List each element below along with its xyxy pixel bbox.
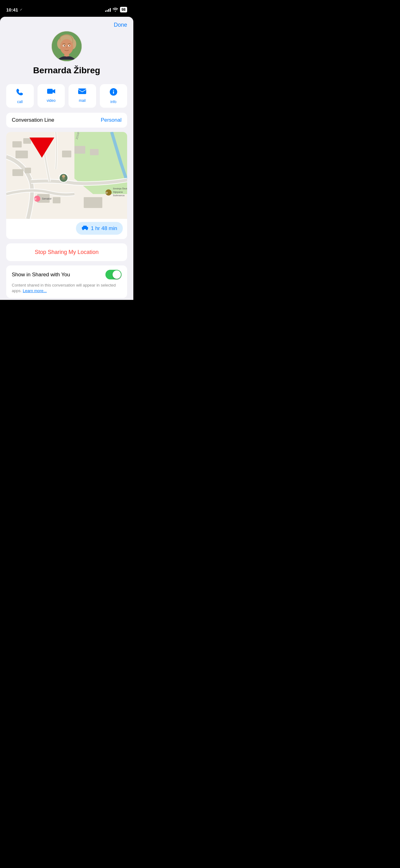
- svg-rect-21: [25, 168, 31, 173]
- video-label: video: [46, 98, 56, 103]
- svg-text:Senator: Senator: [42, 197, 52, 200]
- svg-point-4: [60, 39, 73, 55]
- svg-point-13: [113, 90, 114, 91]
- signal-icon: [105, 7, 111, 12]
- svg-rect-24: [84, 197, 102, 208]
- shared-row: Show in Shared with You: [12, 270, 122, 279]
- info-label: info: [110, 100, 116, 104]
- svg-rect-26: [74, 146, 85, 154]
- svg-rect-19: [15, 151, 28, 158]
- call-button[interactable]: call: [6, 84, 34, 108]
- svg-point-8: [64, 45, 65, 46]
- svg-text:Srednja Škola: Srednja Škola: [113, 187, 127, 190]
- status-bar: 10:41 98: [0, 0, 133, 16]
- info-button[interactable]: info: [100, 84, 128, 108]
- time-display: 10:41: [6, 7, 18, 12]
- svg-point-38: [62, 175, 65, 178]
- info-icon: [109, 88, 118, 98]
- battery-level: 98: [122, 7, 126, 12]
- svg-rect-18: [37, 144, 43, 149]
- eta-text: 1 hr 48 min: [91, 225, 117, 231]
- done-row: Done: [0, 17, 133, 31]
- avatar: [51, 31, 82, 62]
- svg-rect-27: [90, 149, 99, 155]
- map-area: JOSIPA JU @ Senator @ Srednja Škola Stje…: [6, 132, 127, 219]
- shared-description: Content shared in this conversation will…: [12, 282, 122, 294]
- location-arrow-icon: [19, 8, 23, 11]
- stop-sharing-row[interactable]: Stop Sharing My Location: [6, 243, 127, 261]
- svg-rect-10: [47, 89, 53, 94]
- conversation-label: Conversation Line: [12, 117, 54, 123]
- svg-point-9: [69, 45, 70, 46]
- video-button[interactable]: video: [37, 84, 65, 108]
- svg-rect-20: [12, 169, 23, 176]
- svg-rect-23: [53, 197, 61, 203]
- mail-label: mail: [79, 98, 86, 103]
- shared-with-you-section: Show in Shared with You Content shared i…: [6, 266, 127, 298]
- conversation-value[interactable]: Personal: [101, 117, 122, 123]
- svg-rect-11: [78, 89, 86, 94]
- svg-rect-16: [12, 141, 22, 148]
- map-container[interactable]: JOSIPA JU @ Senator @ Srednja Škola Stje…: [6, 132, 127, 239]
- svg-text:Stjepana: Stjepana: [113, 191, 123, 193]
- svg-rect-17: [23, 138, 31, 144]
- avatar-section: Bernarda Žibreg: [27, 31, 106, 75]
- video-icon: [47, 88, 56, 97]
- learn-more-link[interactable]: Learn more...: [23, 288, 46, 293]
- eta-badge[interactable]: 1 hr 48 min: [76, 222, 123, 235]
- mail-button[interactable]: mail: [69, 84, 96, 108]
- done-button[interactable]: Done: [114, 22, 127, 28]
- status-right: 98: [105, 7, 127, 12]
- map-bottom: 1 hr 48 min: [6, 219, 127, 239]
- svg-rect-14: [113, 91, 114, 94]
- shared-label: Show in Shared with You: [12, 272, 70, 278]
- contact-name: Bernarda Žibreg: [27, 65, 106, 75]
- shared-toggle[interactable]: [105, 270, 122, 279]
- main-sheet: Done: [0, 17, 133, 300]
- mail-icon: [78, 88, 87, 97]
- svg-text:Sulimanca: Sulimanca: [113, 194, 125, 197]
- wifi-icon: [112, 7, 118, 12]
- battery-icon: 98: [120, 7, 127, 12]
- status-left: 10:41: [6, 7, 23, 12]
- stop-sharing-text: Stop Sharing My Location: [35, 249, 99, 255]
- call-icon: [16, 88, 24, 98]
- svg-text:@: @: [34, 197, 37, 200]
- action-buttons: call video mail: [6, 84, 127, 108]
- car-icon: [81, 225, 88, 231]
- svg-rect-25: [62, 151, 71, 157]
- toggle-knob: [112, 270, 121, 279]
- call-label: call: [17, 100, 23, 104]
- conversation-row: Conversation Line Personal: [6, 113, 127, 128]
- svg-text:@: @: [105, 191, 108, 194]
